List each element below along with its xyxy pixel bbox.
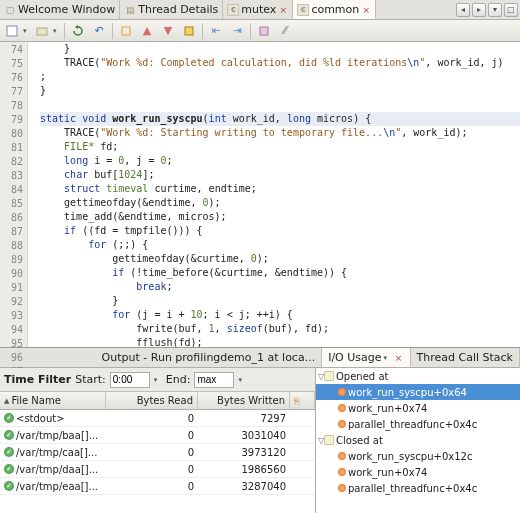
macro-button[interactable]: [254, 22, 274, 40]
stackframe-icon: [338, 388, 346, 396]
start-label: Start:: [75, 373, 106, 386]
status-ok-icon: ✓: [4, 447, 14, 457]
io-usage-panel: Time Filter Start: ▾ End: ▾ ▲File Name B…: [0, 368, 520, 513]
editor-tab[interactable]: cmutex×: [223, 0, 293, 19]
panel-tab[interactable]: Thread Call Stack: [411, 348, 520, 367]
file-name: <stdout>: [16, 413, 65, 424]
tab-list-dropdown[interactable]: ▾: [488, 3, 502, 17]
col-bytes-written[interactable]: Bytes Written: [198, 392, 290, 409]
editor-tabs: ▢Welcome Window▤Thread Detailscmutex×cco…: [0, 0, 520, 20]
editor-tab[interactable]: ▤Thread Details: [120, 0, 223, 19]
tab-label: common: [311, 3, 359, 16]
svg-rect-0: [7, 26, 17, 36]
io-table-body[interactable]: ✓<stdout>07297✓/var/tmp/baa[]...03031040…: [0, 410, 315, 513]
file-name: /var/tmp/baa[]...: [16, 430, 98, 441]
close-icon[interactable]: ×: [361, 5, 371, 15]
editor-tab[interactable]: ▢Welcome Window: [0, 0, 120, 19]
tree-row[interactable]: work_run_syscpu+0x12c: [316, 448, 520, 464]
stackframe-icon: [338, 468, 346, 476]
find-selection-button[interactable]: [116, 22, 136, 40]
tree-row[interactable]: ▽Opened at: [316, 368, 520, 384]
editor-toolbar: ▾ ▾ ↶ ▲ ▼ ⇤ ⇥ ⁄⁄: [0, 20, 520, 42]
svg-rect-1: [37, 28, 47, 35]
tab-label: mutex: [241, 3, 276, 16]
file-icon: [324, 435, 334, 445]
comment-button[interactable]: ⁄⁄: [275, 22, 295, 40]
table-row[interactable]: ✓<stdout>07297: [0, 410, 315, 427]
status-ok-icon: ✓: [4, 464, 14, 474]
io-table-header: ▲File Name Bytes Read Bytes Written ⎘: [0, 392, 315, 410]
tab-label: Output - Run profilingdemo_1 at loca...: [102, 351, 316, 364]
bytes-read: 0: [106, 446, 198, 459]
dropdown-icon[interactable]: ▾: [23, 27, 31, 35]
col-filename[interactable]: ▲File Name: [0, 392, 106, 409]
status-ok-icon: ✓: [4, 481, 14, 491]
bytes-written: 3287040: [198, 480, 290, 493]
start-time-select[interactable]: [110, 372, 150, 388]
tab-scroll-right[interactable]: ▸: [472, 3, 486, 17]
tree-label: work_run+0x74: [348, 403, 427, 414]
close-icon[interactable]: ×: [394, 353, 404, 363]
tab-scroll-left[interactable]: ◂: [456, 3, 470, 17]
table-row[interactable]: ✓/var/tmp/caa[]...03973120: [0, 444, 315, 461]
bytes-read: 0: [106, 429, 198, 442]
tab-label: Thread Details: [138, 3, 218, 16]
tree-row[interactable]: work_run+0x74: [316, 400, 520, 416]
panel-tab[interactable]: Output - Run profilingdemo_1 at loca...: [96, 348, 323, 367]
tree-label: parallel_threadfunc+0x4c: [348, 419, 477, 430]
tab-label: I/O Usage: [328, 351, 381, 364]
stackframe-icon: [338, 452, 346, 460]
file-icon: [324, 371, 334, 381]
maximize-button[interactable]: □: [504, 3, 518, 17]
bytes-written: 7297: [198, 412, 290, 425]
col-scroll[interactable]: ⎘: [290, 392, 315, 409]
close-icon[interactable]: ×: [278, 5, 288, 15]
svg-rect-2: [122, 27, 130, 35]
status-ok-icon: ✓: [4, 413, 14, 423]
panel-tab[interactable]: I/O Usage ▾ ×: [322, 348, 410, 367]
source-button[interactable]: [2, 22, 22, 40]
svg-rect-3: [185, 27, 193, 35]
tree-label: Opened at: [336, 371, 388, 382]
editor-tab[interactable]: ccommon×: [293, 0, 376, 19]
shift-left-button[interactable]: ⇤: [206, 22, 226, 40]
shift-right-button[interactable]: ⇥: [227, 22, 247, 40]
tree-row[interactable]: parallel_threadfunc+0x4c: [316, 480, 520, 496]
tree-row[interactable]: ▽Closed at: [316, 432, 520, 448]
c-file-icon: c: [297, 4, 309, 16]
dropdown-icon[interactable]: ▾: [384, 354, 392, 362]
find-prev-button[interactable]: ▲: [137, 22, 157, 40]
bytes-read: 0: [106, 463, 198, 476]
refresh-button[interactable]: [68, 22, 88, 40]
col-bytes-read[interactable]: Bytes Read: [106, 392, 198, 409]
window-icon: ▢: [4, 4, 16, 16]
expand-icon[interactable]: ▽: [318, 436, 322, 445]
stack-tree[interactable]: ▽Opened atwork_run_syscpu+0x64work_run+0…: [316, 368, 520, 513]
stackframe-icon: [338, 404, 346, 412]
file-name: /var/tmp/eaa[]...: [16, 481, 98, 492]
expand-icon[interactable]: ▽: [318, 372, 322, 381]
undo-button[interactable]: ↶: [89, 22, 109, 40]
history-button[interactable]: [32, 22, 52, 40]
open-icon[interactable]: ⎘: [294, 396, 299, 406]
table-row[interactable]: ✓/var/tmp/daa[]...01986560: [0, 461, 315, 478]
code-editor[interactable]: 7475767778798081828384858687888990919293…: [0, 42, 520, 348]
stackframe-icon: [338, 420, 346, 428]
table-row[interactable]: ✓/var/tmp/baa[]...03031040: [0, 427, 315, 444]
find-next-button[interactable]: ▼: [158, 22, 178, 40]
dropdown-icon[interactable]: ▾: [238, 376, 246, 384]
end-time-select[interactable]: [194, 372, 234, 388]
dropdown-icon[interactable]: ▾: [154, 376, 162, 384]
tree-row[interactable]: parallel_threadfunc+0x4c: [316, 416, 520, 432]
bytes-written: 3031040: [198, 429, 290, 442]
status-ok-icon: ✓: [4, 430, 14, 440]
code-area[interactable]: } TRACE("Work %d: Completed calculation,…: [28, 42, 520, 347]
table-row[interactable]: ✓/var/tmp/eaa[]...03287040: [0, 478, 315, 495]
stackframe-icon: [338, 484, 346, 492]
file-name: /var/tmp/daa[]...: [16, 464, 98, 475]
dropdown-icon[interactable]: ▾: [53, 27, 61, 35]
tree-row[interactable]: work_run+0x74: [316, 464, 520, 480]
bookmark-button[interactable]: [179, 22, 199, 40]
line-gutter: 7475767778798081828384858687888990919293…: [0, 42, 28, 347]
tree-row[interactable]: work_run_syscpu+0x64: [316, 384, 520, 400]
